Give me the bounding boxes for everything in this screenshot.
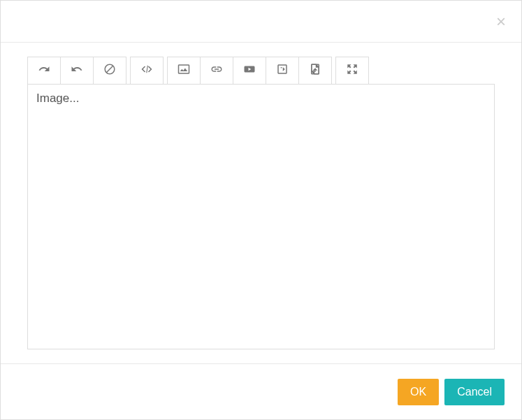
- undo-icon: [71, 63, 83, 78]
- dialog-header: ×: [1, 1, 521, 43]
- toolbar-group-code: [130, 57, 164, 85]
- close-button[interactable]: ×: [496, 13, 506, 30]
- editor-textarea[interactable]: Image...: [27, 84, 495, 349]
- code-button[interactable]: [130, 57, 164, 85]
- dialog-body: Image...: [1, 43, 521, 363]
- toolbar-group-history: [27, 57, 126, 85]
- video-button[interactable]: [233, 57, 266, 85]
- file-button[interactable]: [298, 57, 332, 85]
- ok-button[interactable]: OK: [398, 379, 439, 405]
- code-icon: [140, 63, 153, 78]
- editor-placeholder: Image...: [36, 92, 79, 105]
- image-button[interactable]: [167, 57, 201, 85]
- embed-video-button[interactable]: [266, 57, 299, 85]
- toolbar-group-media: [167, 57, 332, 85]
- video-icon: [243, 63, 256, 78]
- redo-button[interactable]: [27, 57, 61, 85]
- dialog: ×: [0, 0, 522, 420]
- block-icon: [103, 63, 116, 78]
- cancel-button[interactable]: Cancel: [444, 379, 505, 405]
- toolbar-group-view: [335, 57, 369, 85]
- dialog-footer: OK Cancel: [1, 363, 521, 419]
- clear-button[interactable]: [93, 57, 126, 85]
- image-icon: [177, 63, 190, 78]
- redo-icon: [38, 63, 50, 78]
- link-button[interactable]: [200, 57, 233, 85]
- undo-button[interactable]: [60, 57, 94, 85]
- link-icon: [210, 63, 223, 78]
- file-icon: [309, 63, 321, 78]
- embed-video-icon: [276, 63, 289, 78]
- fullscreen-icon: [346, 63, 358, 78]
- editor-toolbar: [27, 57, 495, 85]
- fullscreen-button[interactable]: [335, 57, 369, 85]
